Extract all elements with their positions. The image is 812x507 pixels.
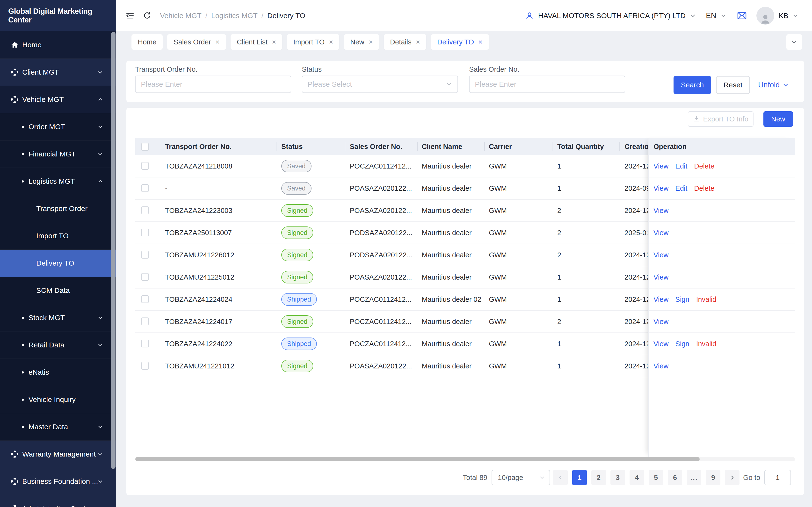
table-panel: Export TO Info New Transport Order No.St… bbox=[126, 108, 804, 495]
edit-link[interactable]: Edit bbox=[675, 162, 687, 170]
tabbar-collapse-button[interactable] bbox=[786, 34, 802, 50]
sidebar-scrollbar[interactable] bbox=[111, 32, 115, 469]
unfold-toggle[interactable]: Unfold bbox=[758, 76, 789, 94]
view-link[interactable]: View bbox=[654, 273, 668, 281]
tab-new[interactable]: New× bbox=[344, 34, 379, 50]
sidebar-item-logistics-mgt[interactable]: Logistics MGT bbox=[0, 168, 116, 195]
view-link[interactable]: View bbox=[654, 229, 668, 237]
delete-link[interactable]: Delete bbox=[694, 184, 714, 192]
sidebar-item-administration-center[interactable]: Administration Center bbox=[0, 495, 116, 507]
page-size-select[interactable]: 10/page bbox=[492, 470, 550, 485]
row-checkbox[interactable] bbox=[141, 318, 149, 325]
view-link[interactable]: View bbox=[654, 251, 668, 259]
row-checkbox[interactable] bbox=[141, 340, 149, 347]
view-link[interactable]: View bbox=[654, 295, 668, 303]
tab-home[interactable]: Home bbox=[132, 34, 163, 50]
chevron-down-icon[interactable] bbox=[720, 12, 726, 19]
tab-details[interactable]: Details× bbox=[384, 34, 426, 50]
invalid-link[interactable]: Invalid bbox=[696, 295, 716, 303]
mail-icon[interactable] bbox=[737, 12, 747, 20]
export-to-info-button[interactable]: Export TO Info bbox=[688, 111, 754, 127]
sales-order-no-input[interactable] bbox=[469, 75, 625, 93]
delete-link[interactable]: Delete bbox=[694, 162, 714, 170]
tab-sales-order[interactable]: Sales Order× bbox=[167, 34, 226, 50]
row-checkbox[interactable] bbox=[141, 207, 149, 214]
row-checkbox[interactable] bbox=[141, 362, 149, 370]
breadcrumb-item[interactable]: Logistics MGT bbox=[211, 12, 258, 20]
tab-import-to[interactable]: Import TO× bbox=[287, 34, 339, 50]
sidebar-item-import-to[interactable]: Import TO bbox=[0, 222, 116, 249]
transport-order-no-input[interactable] bbox=[135, 75, 291, 93]
invalid-link[interactable]: Invalid bbox=[696, 340, 716, 348]
sidebar-item-delivery-to[interactable]: Delivery TO bbox=[0, 249, 116, 277]
row-checkbox[interactable] bbox=[141, 251, 149, 259]
row-checkbox[interactable] bbox=[141, 184, 149, 192]
page-button-1[interactable]: 1 bbox=[572, 470, 587, 485]
row-checkbox[interactable] bbox=[141, 229, 149, 236]
user-menu[interactable]: KB bbox=[779, 12, 788, 20]
close-icon[interactable]: × bbox=[478, 38, 483, 46]
view-link[interactable]: View bbox=[654, 207, 668, 215]
page-button-2[interactable]: 2 bbox=[591, 470, 606, 485]
tab-delivery-to[interactable]: Delivery TO× bbox=[431, 34, 489, 50]
status-badge: Saved bbox=[281, 160, 311, 172]
close-icon[interactable]: × bbox=[329, 38, 333, 46]
sign-link[interactable]: Sign bbox=[675, 295, 689, 303]
view-link[interactable]: View bbox=[654, 184, 668, 192]
menu-fold-icon[interactable] bbox=[126, 12, 134, 19]
new-button[interactable]: New bbox=[763, 111, 793, 127]
view-link[interactable]: View bbox=[654, 362, 668, 370]
close-icon[interactable]: × bbox=[215, 38, 220, 46]
refresh-icon[interactable] bbox=[143, 12, 151, 20]
sidebar-item-transport-order[interactable]: Transport Order bbox=[0, 195, 116, 222]
view-link[interactable]: View bbox=[654, 340, 668, 348]
cell-transport-order-no: TOBZAMU241226012 bbox=[165, 244, 234, 266]
sidebar-item-retail-data[interactable]: Retail Data bbox=[0, 332, 116, 359]
sidebar-item-business-foundation[interactable]: Business Foundation ... bbox=[0, 468, 116, 495]
sidebar-item-scm-data[interactable]: SCM Data bbox=[0, 277, 116, 304]
tab-client-list[interactable]: Client List× bbox=[231, 34, 283, 50]
edit-link[interactable]: Edit bbox=[675, 184, 687, 192]
avatar[interactable] bbox=[756, 7, 774, 24]
sidebar-item-vehicle-inquiry[interactable]: Vehicle Inquiry bbox=[0, 386, 116, 413]
next-page-button[interactable] bbox=[725, 470, 740, 485]
sidebar-item-order-mgt[interactable]: Order MGT bbox=[0, 113, 116, 140]
pagination-ellipsis[interactable]: ... bbox=[687, 470, 701, 485]
page-button-6[interactable]: 6 bbox=[668, 470, 682, 485]
sidebar-item-home[interactable]: Home bbox=[0, 32, 116, 59]
status-select[interactable]: Please Select bbox=[302, 75, 458, 93]
reset-button[interactable]: Reset bbox=[716, 76, 750, 94]
pagination-goto-input[interactable] bbox=[764, 470, 791, 485]
sidebar-item-master-data[interactable]: Master Data bbox=[0, 413, 116, 441]
prev-page-button[interactable] bbox=[553, 470, 568, 485]
page-button-9[interactable]: 9 bbox=[706, 470, 720, 485]
chevron-down-icon[interactable] bbox=[690, 12, 696, 19]
sidebar-item-vehicle-mgt[interactable]: Vehicle MGT bbox=[0, 86, 116, 113]
cell-creation-time: 2024-12 bbox=[624, 288, 648, 310]
sidebar-item-stock-mgt[interactable]: Stock MGT bbox=[0, 304, 116, 332]
sidebar-item-financial-mgt[interactable]: Financial MGT bbox=[0, 140, 116, 168]
page-button-5[interactable]: 5 bbox=[649, 470, 663, 485]
view-link[interactable]: View bbox=[654, 318, 668, 326]
close-icon[interactable]: × bbox=[369, 38, 373, 46]
row-checkbox[interactable] bbox=[141, 295, 149, 303]
close-icon[interactable]: × bbox=[416, 38, 420, 46]
close-icon[interactable]: × bbox=[272, 38, 276, 46]
sign-link[interactable]: Sign bbox=[675, 340, 689, 348]
page-button-4[interactable]: 4 bbox=[629, 470, 644, 485]
sidebar-item-client-mgt[interactable]: Client MGT bbox=[0, 59, 116, 86]
sidebar-item-warranty-management[interactable]: Warranty Management bbox=[0, 441, 116, 468]
chevron-down-icon[interactable] bbox=[792, 12, 799, 19]
sidebar-item-enatis[interactable]: eNatis bbox=[0, 359, 116, 386]
breadcrumb-item[interactable]: Vehicle MGT bbox=[160, 12, 202, 20]
view-link[interactable]: View bbox=[654, 162, 668, 170]
row-checkbox[interactable] bbox=[141, 162, 149, 170]
horizontal-scrollbar-track[interactable] bbox=[135, 457, 795, 461]
page-button-3[interactable]: 3 bbox=[610, 470, 625, 485]
search-button[interactable]: Search bbox=[673, 76, 711, 94]
language-selector[interactable]: EN bbox=[706, 11, 716, 20]
row-checkbox[interactable] bbox=[141, 273, 149, 281]
select-all-checkbox[interactable] bbox=[141, 143, 149, 151]
company-selector[interactable]: HAVAL MOTORS SOUTH AFRICA (PTY) LTD bbox=[538, 12, 686, 20]
horizontal-scrollbar-thumb[interactable] bbox=[135, 457, 700, 461]
